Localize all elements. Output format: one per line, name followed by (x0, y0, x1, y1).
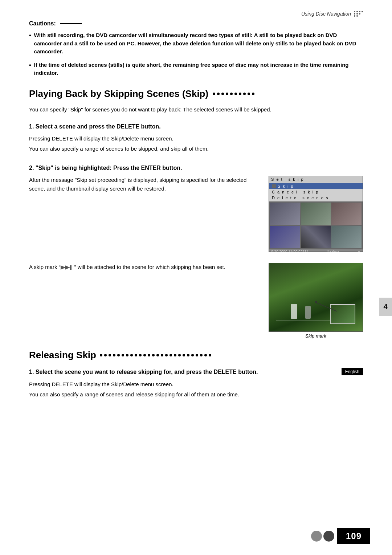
thumbnail-1 (270, 203, 300, 225)
playing-back-title: Playing Back by Skipping Scenes (Skip) (29, 88, 363, 99)
thumbnail-4 (270, 226, 300, 248)
header-decorative-dots (354, 11, 363, 17)
step-1-body: Pressing DELETE will display the Skip/De… (29, 134, 363, 153)
releasing-section: Releasing Skip English 1. Sele (29, 350, 363, 399)
svg-marker-1 (65, 265, 70, 270)
skip-mark-screenshot (269, 263, 363, 332)
cautions-header: Cautions: (29, 20, 363, 27)
step-2-number: 2. (29, 165, 36, 171)
releasing-title-area: Releasing Skip English (29, 350, 363, 361)
skip-mark-description: A skip mark “ ” will be attached to the … (29, 263, 254, 272)
delete-scenes-label: D e l e t e s c e n e s (272, 196, 328, 200)
skip-menu-icon: ⊕ (358, 250, 360, 252)
header-title-area: Using Disc Navigation (301, 11, 363, 17)
header-title: Using Disc Navigation (301, 11, 351, 17)
header: Using Disc Navigation (29, 11, 363, 17)
skip-menu-date: 8/20/2000 11:56:62AM (271, 250, 308, 252)
caution-list: • With still recording, the DVD camcorde… (29, 31, 363, 77)
svg-line-3 (315, 302, 337, 311)
thumbnail-5 (301, 226, 331, 248)
skip-menu-item-delete: D e l e t e s c e n e s (269, 195, 363, 201)
skip-menu-bottom-info: 8/20/2000 11:56:62AM Hockey ⊕ (269, 249, 363, 252)
skip-item-label: S k i p (278, 184, 294, 188)
step-1-number: 1. (29, 123, 36, 130)
thumbnail-6 (331, 226, 362, 248)
caution-text-1: With still recording, the DVD camcorder … (34, 31, 363, 56)
playing-back-title-text: Playing Back by Skipping Scenes (Skip) (29, 88, 208, 99)
cautions-title: Cautions: (29, 20, 56, 27)
skip-menu-title: S e t s k i p (269, 176, 363, 183)
releasing-step-1-line-1: Pressing DELETE will display the Skip/De… (29, 380, 363, 389)
step-2-content: After the message "Skip set proceeding" … (29, 176, 363, 252)
step-2: 2. "Skip" is being highlighted: Press th… (29, 164, 363, 252)
step-1-line-1: Pressing DELETE will display the Skip/De… (29, 134, 363, 143)
skip-menu-screenshot: S e t s k i p S k i p C a n c e l s k i … (269, 176, 363, 252)
step-1-header: 1. Select a scene and press the DELETE b… (29, 123, 363, 131)
thumbnail-3 (331, 203, 362, 225)
releasing-step-1-body: Pressing DELETE will display the Skip/De… (29, 380, 363, 399)
skip-mark-text: A skip mark “ ” will be attached to the … (29, 263, 254, 272)
step-2-header: 2. "Skip" is being highlighted: Press th… (29, 164, 363, 172)
caution-item-2: • If the time of deleted scenes (stills)… (29, 61, 363, 77)
chapter-number: 4 (383, 303, 387, 311)
step-1-title: Select a scene and press the DELETE butt… (36, 123, 161, 130)
skip-mark-section: A skip mark “ ” will be attached to the … (29, 263, 363, 339)
bullet-1: • (29, 31, 31, 40)
thumbnail-2 (301, 203, 331, 225)
chapter-tab: 4 (379, 298, 392, 316)
skip-menu-items: S k i p C a n c e l s k i p D e l e t e … (269, 183, 363, 201)
releasing-step-1: 1. Select the scene you want to release … (29, 368, 363, 399)
footer-circle-light (311, 531, 322, 542)
page: Using Disc Navigation Cautions: • (0, 0, 392, 555)
step-1-line-2: You can also specify a range of scenes t… (29, 144, 363, 153)
skip-mark-icon (61, 264, 74, 271)
releasing-step-1-header: 1. Select the scene you want to release … (29, 368, 363, 376)
skip-mark-label: Skip mark (269, 333, 363, 339)
releasing-step-1-title: Select the scene you want to release ski… (36, 369, 258, 375)
caution-item-1: • With still recording, the DVD camcorde… (29, 31, 363, 56)
skip-item-icon (272, 184, 276, 188)
step-2-image-container: S e t s k i p S k i p C a n c e l s k i … (269, 176, 363, 252)
english-badge: English (342, 368, 363, 375)
playing-back-intro: You can specify "Skip" for scenes you do… (29, 105, 363, 114)
releasing-title-text: Releasing Skip (29, 350, 96, 361)
page-number: 109 (337, 528, 370, 544)
footer-circles (311, 531, 334, 542)
bullet-2: • (29, 61, 31, 70)
cautions-line-decoration (60, 23, 82, 24)
releasing-title: Releasing Skip (29, 350, 363, 361)
caution-text-2: If the time of deleted scenes (stills) i… (34, 61, 363, 77)
svg-rect-2 (70, 265, 72, 270)
page-footer: 109 (311, 528, 370, 544)
skip-menu-item-cancel: C a n c e l s k i p (269, 189, 363, 195)
skip-menu-item-skip: S k i p (269, 183, 363, 189)
cancel-skip-label: C a n c e l s k i p (272, 190, 319, 194)
releasing-dots (100, 354, 211, 356)
thumbnails-grid (269, 201, 363, 249)
skip-menu-subject: Hockey (327, 250, 339, 252)
svg-marker-0 (61, 265, 66, 270)
title-dots (213, 93, 254, 95)
step-2-title: "Skip" is being highlighted: Press the E… (36, 165, 182, 171)
skip-mark-image-area: Skip mark (269, 263, 363, 339)
skip-mark-arrow-svg (312, 299, 341, 313)
releasing-step-1-number: 1. (29, 369, 36, 375)
cautions-section: Cautions: • With still recording, the DV… (29, 20, 363, 77)
releasing-step-1-line-2: You can also specify a range of scenes a… (29, 390, 363, 399)
step-2-body: After the message "Skip set proceeding" … (29, 176, 260, 193)
step-1: 1. Select a scene and press the DELETE b… (29, 123, 363, 153)
footer-circle-dark (323, 531, 334, 542)
step-2-text: After the message "Skip set proceeding" … (29, 176, 260, 193)
